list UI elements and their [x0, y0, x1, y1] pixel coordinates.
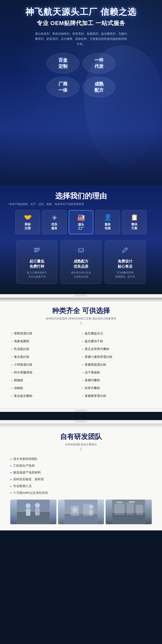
rd-point-6: 十万级GMP认证净化车间	[10, 490, 152, 496]
product-item-2-5: 富硒香菇蛋白粉	[81, 361, 152, 369]
reason-label-zhengti: 整体方案	[124, 222, 145, 230]
products-section: 种类齐全 可供选择 多种款式供您选择 OEM/ODM加工定制 满足您的大批量需求…	[0, 298, 162, 408]
hero-subtitle: 专业 OEM贴牌代加工 一站式服务	[8, 19, 154, 27]
product-item-2-7: 富硒代餐粉	[81, 376, 152, 384]
products-section-wrapper: 种类齐全 可供选择 多种款式供您选择 OEM/ODM加工定制 满足您的大批量需求…	[0, 294, 162, 412]
products-divider: //	[10, 321, 152, 326]
product-item-2-9: 富硒麦芽蛋白粉	[81, 392, 152, 400]
lab-people-img	[10, 500, 56, 524]
rd-point-4: 高科技实验室、留样室	[10, 476, 152, 483]
product-item-1-5: 小球藻蛋白肽	[10, 361, 81, 369]
reason-label-youliang: 优良服务	[44, 222, 65, 230]
svg-rect-11	[26, 509, 30, 516]
svg-line-4	[126, 248, 127, 250]
product-item-1-1: 骨胶原蛋白肽	[10, 330, 81, 338]
lab-clean-img	[106, 500, 152, 524]
feature-box-changshang: 厂商一体	[46, 77, 79, 97]
rd-section: 自有研发团队 自有研发团队新品不断推出 // 强大专家科研团队 工匠级生产技师 …	[0, 424, 162, 530]
product-item-1-3: 乳清蛋白肽	[10, 345, 81, 353]
products-title: 种类齐全 可供选择	[10, 306, 152, 316]
reason-items-row: 🤝 商标注册 ◈ 优良服务 🏭 源头工厂 👤 服务包装 📋 整体方案	[8, 210, 154, 234]
product-item-1-8: 动物肽	[10, 384, 81, 392]
svg-rect-24	[136, 505, 143, 515]
product-col-2: 益生菌益生元 益生菌冻干粉 黑五谷营养代餐粉 富硒小麦胚芽蛋白粉 富硒香菇蛋白粉…	[81, 330, 152, 400]
reason-item-yuantou: 🏭 源头工厂	[69, 210, 93, 234]
feature-box-bahe: 百盒定制	[46, 53, 79, 74]
card2-desc: 因为专注所以专业让您售卖无忧	[64, 271, 98, 278]
zhengti-icon: 📋	[124, 214, 145, 221]
reason-item-youliang: ◈ 优良服务	[42, 210, 67, 234]
reason-item-fuwu: 👤 服务包装	[95, 210, 120, 234]
reason-title: 选择我们的理由	[8, 191, 154, 201]
rd-image-grid	[10, 500, 152, 524]
feature-box-changshang-label: 厂商一体	[58, 81, 67, 93]
svg-rect-6	[17, 512, 50, 524]
product-item-1-4: 复合蛋白肽	[10, 353, 81, 361]
svg-rect-2	[34, 251, 38, 252]
svg-point-9	[35, 503, 40, 508]
svg-rect-19	[89, 510, 93, 516]
product-item-1-6: 牦牛骨髓骨粉	[10, 369, 81, 376]
reason-label-fuwu: 服务包装	[97, 222, 118, 230]
feature-box-bahe-label: 百盒定制	[58, 57, 67, 70]
svg-point-18	[89, 505, 93, 509]
service-cards-container: 起订量低免费打样 投入少量资金即可开启大健康产业 成熟配方优良品质 因为专注所以…	[8, 234, 154, 290]
product-item-2-3: 黑五谷营养代餐粉	[81, 345, 152, 353]
card3-icon	[108, 246, 142, 256]
reason-item-shangbiao: 🤝 商标注册	[15, 210, 40, 234]
feature-boxes-container: 百盒定制 一件代发 厂商一体 成熟配方	[30, 53, 132, 97]
paper-top-rd	[0, 420, 162, 424]
feature-box-chengshu: 成熟配方	[83, 77, 116, 97]
dark-footer	[0, 530, 162, 551]
svg-rect-1	[34, 250, 40, 250]
fuwu-icon: 👤	[97, 214, 118, 221]
svg-rect-0	[34, 248, 40, 249]
rd-points-list: 强大专家科研团队 工匠级生产技师 臻选地道产地原材料 高科技实验室、留样室 专业…	[10, 456, 152, 496]
reason-label-yuantou: 源头工厂	[71, 223, 91, 230]
svg-point-7	[26, 503, 30, 508]
card2-icon	[64, 246, 98, 256]
rd-point-3: 臻选地道产地原材料	[10, 469, 152, 476]
rd-subtitle: 自有研发团队新品不断推出	[10, 443, 152, 446]
svg-rect-25	[117, 502, 123, 503]
card3-desc: 可为您解决所有前期策划、设计等	[108, 271, 142, 278]
product-item-1-7: 植物肽	[10, 376, 81, 384]
svg-rect-23	[127, 503, 134, 515]
product-item-2-6: 冻干果蔬粉	[81, 369, 152, 376]
reason-note: *具有严格的投料、生产、品控、检验、包装等生产流程管理体系	[8, 202, 154, 206]
youliang-icon: ◈	[44, 214, 65, 221]
rd-divider: //	[10, 447, 152, 452]
svg-rect-12	[35, 508, 40, 516]
card3-title: 免费设计贴心售后	[108, 259, 142, 269]
shangbiao-icon: 🤝	[17, 214, 38, 221]
rd-title: 自有研发团队	[10, 432, 152, 442]
product-item-2-2: 益生菌冻干粉	[81, 338, 152, 345]
service-card-3: 免费设计贴心售后 可为您解决所有前期策划、设计等	[105, 240, 146, 284]
paper-top-decoration	[0, 294, 162, 298]
hero-title: 神飞航天源头工厂 信赖之选	[8, 6, 154, 18]
rd-point-1: 强大专家科研团队	[10, 456, 152, 462]
svg-point-17	[72, 508, 77, 512]
rd-section-wrapper: 自有研发团队 自有研发团队新品不断推出 // 强大专家科研团队 工匠级生产技师 …	[0, 420, 162, 530]
products-subtitle: 多种款式供您选择 OEM/ODM加工定制 满足您的大批量需求	[10, 317, 152, 320]
rd-image-3	[106, 500, 152, 524]
products-list: 骨胶原蛋白肽 海参低聚肽 乳清蛋白肽 复合蛋白肽 小球藻蛋白肽 牦牛骨髓骨粉 植…	[10, 330, 152, 400]
card1-icon	[20, 246, 54, 256]
rd-point-5: 专业检测人员	[10, 483, 152, 490]
lab-equipment-img	[58, 500, 104, 524]
product-item-2-4: 富硒小麦胚芽蛋白粉	[81, 353, 152, 361]
paper-bottom-decoration	[0, 408, 162, 412]
rd-image-1	[10, 500, 56, 524]
hero-description: 蛋白肽系列、黑色谷物系列、胚芽系列、富硒系列、益生菌系列、无糖代餐系列、奶昔系列…	[34, 31, 128, 47]
product-col-1: 骨胶原蛋白肽 海参低聚肽 乳清蛋白肽 复合蛋白肽 小球藻蛋白肽 牦牛骨髓骨粉 植…	[10, 330, 81, 400]
reason-section: 选择我们的理由 *具有严格的投料、生产、品控、检验、包装等生产流程管理体系 🤝 …	[0, 185, 162, 294]
product-item-1-9: 复合益生菌粉	[10, 392, 81, 400]
product-item-2-1: 益生菌益生元	[81, 330, 152, 338]
product-item-2-8: 胚芽代餐粉	[81, 384, 152, 392]
hero-section: 神飞航天源头工厂 信赖之选 专业 OEM贴牌代加工 一站式服务 蛋白肽系列、黑色…	[0, 0, 162, 185]
service-card-1: 起订量低免费打样 投入少量资金即可开启大健康产业	[16, 240, 57, 284]
service-card-2: 成熟配方优良品质 因为专注所以专业让您售卖无忧	[60, 240, 101, 284]
card1-desc: 投入少量资金即可开启大健康产业	[20, 271, 54, 278]
card1-title: 起订量低免费打样	[20, 259, 54, 269]
reason-label-shangbiao: 商标注册	[17, 222, 38, 230]
